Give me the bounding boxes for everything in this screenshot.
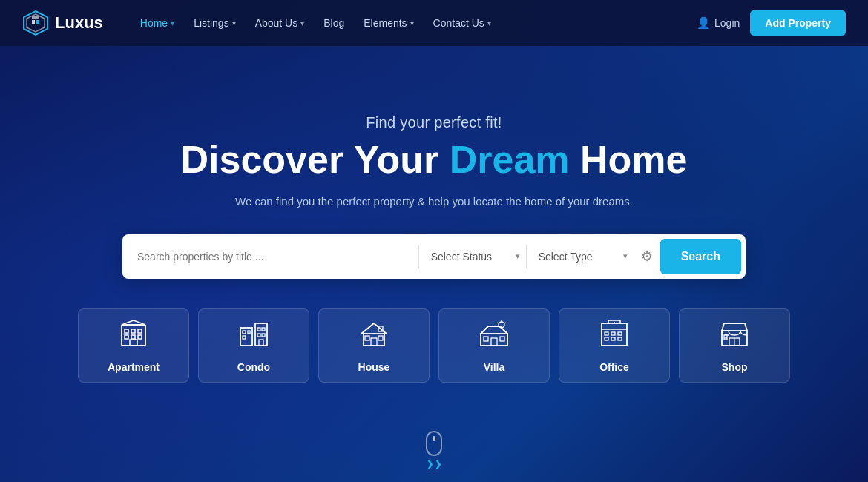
svg-rect-43 (605, 337, 608, 340)
chevron-down-icon: ▾ (232, 19, 236, 27)
apartment-icon (117, 317, 150, 354)
login-button[interactable]: 👤 Login (697, 16, 740, 30)
villa-icon (478, 317, 510, 354)
category-office[interactable]: Office (559, 308, 670, 383)
svg-rect-3 (36, 20, 39, 24)
svg-rect-6 (125, 329, 128, 333)
svg-rect-18 (248, 331, 250, 334)
apartment-label: Apartment (108, 361, 160, 373)
scroll-dot (433, 436, 435, 441)
search-input[interactable] (122, 234, 418, 279)
svg-rect-27 (378, 336, 383, 340)
svg-rect-44 (611, 337, 615, 340)
chevron-down-icon: ▾ (171, 19, 174, 27)
svg-rect-21 (262, 328, 265, 331)
logo-icon (22, 10, 49, 36)
chevron-down-icon: ▾ (410, 19, 414, 27)
search-bar: Select Status For Sale For Rent Sold ▾ S… (122, 234, 746, 279)
chevron-down-icon: ▾ (487, 19, 491, 27)
chevron-down-icon: ▾ (300, 19, 304, 27)
svg-rect-30 (481, 334, 507, 346)
svg-rect-10 (131, 335, 135, 339)
svg-rect-24 (259, 340, 263, 346)
shop-icon (718, 317, 751, 354)
scroll-mouse-icon (426, 431, 442, 456)
gear-icon: ⚙ (641, 248, 653, 265)
svg-rect-12 (130, 340, 137, 346)
type-select-wrapper: Select Type Apartment Condo House Villa … (527, 234, 634, 279)
category-villa[interactable]: Villa (438, 308, 550, 383)
gear-button[interactable]: ⚙ (634, 248, 660, 265)
svg-rect-11 (138, 335, 142, 339)
nav-item-about[interactable]: About Us ▾ (248, 13, 312, 33)
villa-label: Villa (484, 361, 505, 373)
svg-rect-8 (138, 329, 142, 333)
nav-item-blog[interactable]: Blog (316, 13, 352, 33)
user-icon: 👤 (697, 16, 711, 30)
nav-item-home[interactable]: Home ▾ (133, 13, 182, 33)
status-select-wrapper: Select Status For Sale For Rent Sold ▾ (419, 234, 526, 279)
svg-rect-28 (371, 338, 377, 346)
svg-rect-41 (611, 332, 615, 335)
svg-rect-4 (32, 16, 39, 19)
category-condo[interactable]: Condo (198, 308, 309, 383)
hero-title-end: Home (570, 138, 688, 181)
add-property-button[interactable]: Add Property (750, 10, 846, 36)
svg-rect-23 (262, 334, 265, 337)
hero-section: Luxus Home ▾ Listings ▾ About Us ▾ Blog … (0, 0, 868, 482)
house-icon (358, 317, 390, 354)
brand-name: Luxus (55, 13, 103, 33)
svg-rect-19 (243, 336, 246, 339)
hero-title-start: Discover Your (180, 138, 449, 181)
category-apartment[interactable]: Apartment (78, 308, 189, 383)
condo-icon (237, 317, 270, 354)
svg-rect-45 (618, 337, 622, 340)
svg-rect-32 (500, 337, 504, 341)
svg-rect-31 (484, 337, 488, 341)
svg-rect-9 (125, 335, 128, 339)
hero-subtitle: Find your perfect fit! (30, 114, 838, 131)
category-house[interactable]: House (318, 308, 430, 383)
hero-title: Discover Your Dream Home (30, 139, 838, 181)
hero-description: We can find you the perfect property & h… (30, 195, 838, 208)
office-label: Office (599, 361, 629, 373)
condo-label: Condo (237, 361, 270, 373)
status-select[interactable]: Select Status For Sale For Rent Sold (419, 234, 523, 279)
svg-rect-33 (491, 338, 497, 346)
svg-rect-42 (618, 332, 622, 335)
nav-item-elements[interactable]: Elements ▾ (356, 13, 421, 33)
office-icon (598, 317, 631, 354)
hero-content: Find your perfect fit! Discover Your Dre… (0, 114, 868, 382)
shop-label: Shop (722, 361, 748, 373)
svg-rect-26 (365, 336, 369, 340)
svg-rect-51 (724, 335, 727, 340)
svg-rect-2 (32, 20, 35, 24)
svg-rect-7 (131, 329, 135, 333)
svg-line-36 (497, 323, 499, 323)
svg-rect-20 (257, 328, 260, 331)
type-select[interactable]: Select Type Apartment Condo House Villa … (527, 234, 631, 279)
svg-rect-17 (243, 331, 246, 334)
nav-item-listings[interactable]: Listings ▾ (186, 13, 243, 33)
svg-rect-22 (257, 334, 260, 337)
logo[interactable]: Luxus (22, 10, 103, 36)
hero-title-highlight: Dream (450, 138, 570, 181)
navbar: Luxus Home ▾ Listings ▾ About Us ▾ Blog … (0, 0, 868, 46)
nav-right: 👤 Login Add Property (697, 10, 846, 36)
svg-rect-38 (602, 323, 627, 346)
svg-rect-40 (605, 332, 608, 335)
scroll-chevrons-icon: ❯❯ (426, 459, 442, 469)
scroll-indicator: ❯❯ (426, 431, 442, 469)
search-button[interactable]: Search (660, 239, 741, 274)
categories-grid: Apartment (30, 308, 838, 383)
nav-item-contact[interactable]: Contact Us ▾ (426, 13, 499, 33)
category-shop[interactable]: Shop (679, 308, 790, 383)
svg-line-37 (504, 323, 506, 323)
house-label: House (358, 361, 390, 373)
nav-links: Home ▾ Listings ▾ About Us ▾ Blog Elemen… (133, 13, 697, 33)
